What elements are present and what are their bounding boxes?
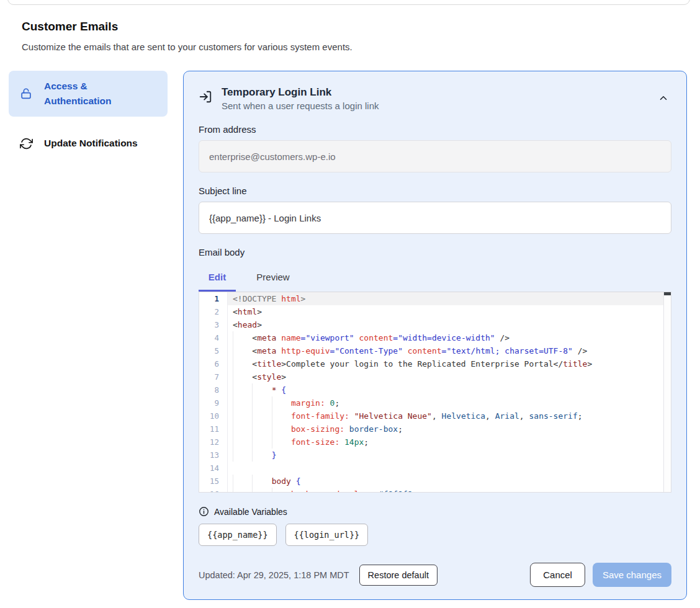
line-number: 16 xyxy=(199,488,228,493)
line-number: 8 xyxy=(199,383,228,396)
code-line[interactable]: 2<html> xyxy=(199,305,671,318)
line-number: 15 xyxy=(199,475,228,488)
line-number: 11 xyxy=(199,422,228,436)
line-number: 5 xyxy=(199,344,228,357)
content-row: Access & Authentication Update Notificat… xyxy=(0,71,700,600)
variable-chip-login-url[interactable]: {{login_url}} xyxy=(285,524,369,546)
info-icon xyxy=(199,506,209,517)
page-subtitle: Customize the emails that are sent to yo… xyxy=(22,42,700,52)
temporary-login-link-card: Temporary Login Link Sent when a user re… xyxy=(183,71,687,600)
line-number: 13 xyxy=(199,449,228,462)
collapse-button[interactable] xyxy=(655,90,671,106)
editor-scrollbar-thumb[interactable] xyxy=(664,292,671,295)
line-number: 7 xyxy=(199,370,228,383)
line-number: 14 xyxy=(199,462,228,475)
code-line[interactable]: 16 background-color: #f9f9f9; xyxy=(199,488,671,493)
code-line[interactable]: 5 <meta http-equiv="Content-Type" conten… xyxy=(199,344,671,357)
code-line[interactable]: 12 font-size: 14px; xyxy=(199,436,671,449)
code-line[interactable]: 9 margin: 0; xyxy=(199,396,671,409)
code-line[interactable]: 3<head> xyxy=(199,318,671,331)
code-line[interactable]: 4 <meta name="viewport" content="width=d… xyxy=(199,331,671,344)
page-title: Customer Emails xyxy=(22,20,700,34)
line-number: 4 xyxy=(199,331,228,344)
line-number: 12 xyxy=(199,436,228,449)
subject-line-label: Subject line xyxy=(199,186,671,196)
subject-line-input[interactable] xyxy=(199,202,671,234)
sidebar-item-update-notifications[interactable]: Update Notifications xyxy=(9,128,168,159)
tab-edit[interactable]: Edit xyxy=(199,266,236,292)
code-line[interactable]: 11 box-sizing: border-box; xyxy=(199,422,671,436)
tab-preview[interactable]: Preview xyxy=(249,266,297,292)
email-body-tabs: Edit Preview xyxy=(199,266,671,292)
code-line[interactable]: 14 xyxy=(199,462,671,475)
from-address-input[interactable] xyxy=(199,140,671,172)
panel-subtitle: Sent when a user requests a login link xyxy=(222,101,646,111)
line-number: 1 xyxy=(199,292,228,305)
email-body-label: Email body xyxy=(199,247,671,257)
save-changes-button[interactable]: Save changes xyxy=(593,563,671,587)
code-line[interactable]: 6 <title>Complete your login to the Repl… xyxy=(199,357,671,370)
code-line[interactable]: 1<!DOCTYPE html> xyxy=(199,292,671,305)
lock-icon xyxy=(19,86,34,101)
code-editor-lines: 1<!DOCTYPE html>2<html>3<head>4 <meta na… xyxy=(199,292,671,493)
line-number: 10 xyxy=(199,409,228,422)
code-line[interactable]: 7 <style> xyxy=(199,370,671,383)
variable-chip-app-name[interactable]: {{app_name}} xyxy=(199,524,277,546)
sidebar-item-label: Access & Authentication xyxy=(44,79,123,109)
code-line[interactable]: 15 body { xyxy=(199,475,671,488)
panel-titles: Temporary Login Link Sent when a user re… xyxy=(222,86,646,111)
available-variables-label: Available Variables xyxy=(214,507,287,517)
from-address-label: From address xyxy=(199,124,671,135)
sidebar-item-access-authentication[interactable]: Access & Authentication xyxy=(9,71,168,117)
line-number: 2 xyxy=(199,305,228,318)
line-number: 9 xyxy=(199,396,228,409)
code-line[interactable]: 13 } xyxy=(199,449,671,462)
line-number: 6 xyxy=(199,357,228,370)
login-icon xyxy=(199,90,212,104)
panel-footer: Updated: Apr 29, 2025, 1:18 PM MDT Resto… xyxy=(199,563,671,587)
cancel-button[interactable]: Cancel xyxy=(530,563,585,587)
panel-header: Temporary Login Link Sent when a user re… xyxy=(199,86,671,111)
updated-timestamp: Updated: Apr 29, 2025, 1:18 PM MDT xyxy=(199,570,349,580)
code-line[interactable]: 10 font-family: "Helvetica Neue", Helvet… xyxy=(199,409,671,422)
editor-vertical-scrollbar[interactable] xyxy=(663,292,671,492)
sidebar-item-label: Update Notifications xyxy=(44,136,138,151)
variable-chips: {{app_name}} {{login_url}} xyxy=(199,524,671,546)
refresh-icon xyxy=(19,136,34,151)
previous-section-card-edge xyxy=(7,0,690,5)
code-editor[interactable]: 1<!DOCTYPE html>2<html>3<head>4 <meta na… xyxy=(199,292,671,493)
line-number: 3 xyxy=(199,318,228,331)
available-variables-row: Available Variables xyxy=(199,506,671,517)
panel-title: Temporary Login Link xyxy=(222,86,646,99)
sidebar: Access & Authentication Update Notificat… xyxy=(9,71,168,159)
chevron-up-icon xyxy=(658,92,669,104)
code-line[interactable]: 8 * { xyxy=(199,383,671,396)
restore-default-button[interactable]: Restore default xyxy=(359,565,437,586)
